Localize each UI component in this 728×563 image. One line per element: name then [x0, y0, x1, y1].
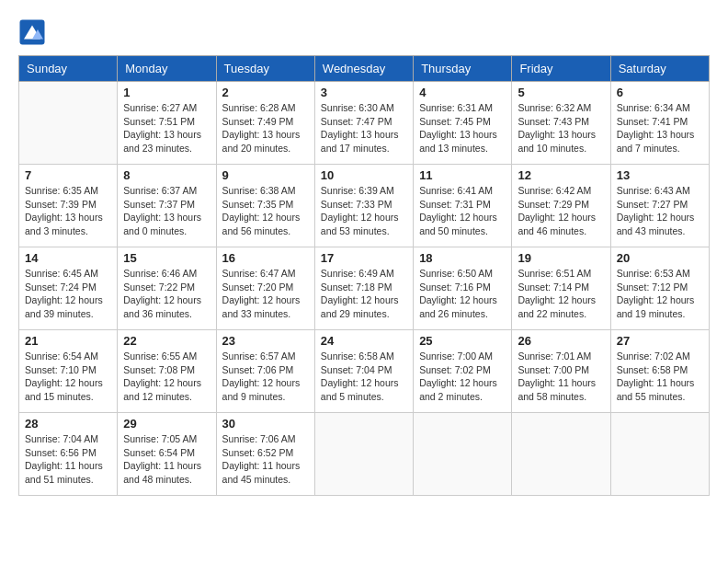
calendar-cell — [512, 413, 610, 496]
calendar-week-row: 1Sunrise: 6:27 AMSunset: 7:51 PMDaylight… — [19, 82, 710, 165]
calendar-cell: 18Sunrise: 6:50 AMSunset: 7:16 PMDayligh… — [414, 247, 512, 330]
day-number: 28 — [25, 417, 111, 431]
day-number: 17 — [321, 251, 407, 265]
day-info: Sunrise: 6:51 AMSunset: 7:14 PMDaylight:… — [518, 267, 604, 321]
weekday-header-tuesday: Tuesday — [216, 56, 314, 82]
day-number: 1 — [123, 86, 210, 99]
day-info: Sunrise: 6:53 AMSunset: 7:12 PMDaylight:… — [617, 267, 703, 321]
calendar-cell: 6Sunrise: 6:34 AMSunset: 7:41 PMDaylight… — [610, 82, 709, 165]
weekday-header-row: SundayMondayTuesdayWednesdayThursdayFrid… — [19, 56, 710, 82]
calendar-cell: 5Sunrise: 6:32 AMSunset: 7:43 PMDaylight… — [512, 82, 610, 165]
day-info: Sunrise: 7:02 AMSunset: 6:58 PMDaylight:… — [617, 350, 703, 404]
day-number: 26 — [518, 334, 604, 348]
day-number: 11 — [419, 168, 506, 182]
calendar-cell — [610, 413, 709, 496]
day-number: 25 — [419, 334, 506, 348]
calendar-week-row: 21Sunrise: 6:54 AMSunset: 7:10 PMDayligh… — [19, 330, 710, 413]
calendar-cell: 25Sunrise: 7:00 AMSunset: 7:02 PMDayligh… — [414, 330, 512, 413]
day-number: 3 — [321, 86, 407, 99]
day-info: Sunrise: 6:39 AMSunset: 7:33 PMDaylight:… — [321, 184, 407, 238]
calendar-header: SundayMondayTuesdayWednesdayThursdayFrid… — [19, 56, 710, 82]
day-info: Sunrise: 6:50 AMSunset: 7:16 PMDaylight:… — [419, 267, 506, 321]
calendar-cell: 29Sunrise: 7:05 AMSunset: 6:54 PMDayligh… — [118, 413, 216, 496]
day-info: Sunrise: 6:43 AMSunset: 7:27 PMDaylight:… — [617, 184, 703, 238]
calendar-cell: 12Sunrise: 6:42 AMSunset: 7:29 PMDayligh… — [512, 165, 610, 247]
calendar-week-row: 7Sunrise: 6:35 AMSunset: 7:39 PMDaylight… — [19, 165, 710, 247]
calendar: SundayMondayTuesdayWednesdayThursdayFrid… — [18, 55, 710, 496]
day-number: 18 — [419, 251, 506, 265]
calendar-cell: 24Sunrise: 6:58 AMSunset: 7:04 PMDayligh… — [314, 330, 413, 413]
logo-icon — [18, 18, 46, 46]
day-number: 29 — [123, 417, 210, 431]
day-info: Sunrise: 6:54 AMSunset: 7:10 PMDaylight:… — [25, 350, 111, 404]
calendar-cell: 23Sunrise: 6:57 AMSunset: 7:06 PMDayligh… — [216, 330, 314, 413]
calendar-cell: 7Sunrise: 6:35 AMSunset: 7:39 PMDaylight… — [19, 165, 118, 247]
calendar-week-row: 14Sunrise: 6:45 AMSunset: 7:24 PMDayligh… — [19, 247, 710, 330]
calendar-cell: 19Sunrise: 6:51 AMSunset: 7:14 PMDayligh… — [512, 247, 610, 330]
day-info: Sunrise: 6:57 AMSunset: 7:06 PMDaylight:… — [222, 350, 309, 404]
calendar-cell: 2Sunrise: 6:28 AMSunset: 7:49 PMDaylight… — [216, 82, 314, 165]
calendar-cell — [314, 413, 413, 496]
day-info: Sunrise: 6:41 AMSunset: 7:31 PMDaylight:… — [419, 184, 506, 238]
day-info: Sunrise: 6:58 AMSunset: 7:04 PMDaylight:… — [321, 350, 407, 404]
day-number: 8 — [123, 168, 210, 182]
header — [18, 18, 710, 46]
calendar-cell: 30Sunrise: 7:06 AMSunset: 6:52 PMDayligh… — [216, 413, 314, 496]
day-info: Sunrise: 6:47 AMSunset: 7:20 PMDaylight:… — [222, 267, 309, 321]
day-info: Sunrise: 6:32 AMSunset: 7:43 PMDaylight:… — [518, 101, 604, 155]
day-info: Sunrise: 6:34 AMSunset: 7:41 PMDaylight:… — [617, 101, 703, 155]
calendar-cell: 14Sunrise: 6:45 AMSunset: 7:24 PMDayligh… — [19, 247, 118, 330]
calendar-cell: 10Sunrise: 6:39 AMSunset: 7:33 PMDayligh… — [314, 165, 413, 247]
calendar-cell: 26Sunrise: 7:01 AMSunset: 7:00 PMDayligh… — [512, 330, 610, 413]
calendar-cell: 11Sunrise: 6:41 AMSunset: 7:31 PMDayligh… — [414, 165, 512, 247]
day-number: 21 — [25, 334, 111, 348]
day-number: 16 — [222, 251, 309, 265]
calendar-cell: 1Sunrise: 6:27 AMSunset: 7:51 PMDaylight… — [118, 82, 216, 165]
day-info: Sunrise: 7:05 AMSunset: 6:54 PMDaylight:… — [123, 432, 210, 487]
calendar-cell: 9Sunrise: 6:38 AMSunset: 7:35 PMDaylight… — [216, 165, 314, 247]
day-info: Sunrise: 7:04 AMSunset: 6:56 PMDaylight:… — [25, 432, 111, 487]
day-info: Sunrise: 6:38 AMSunset: 7:35 PMDaylight:… — [222, 184, 309, 238]
day-number: 15 — [123, 251, 210, 265]
calendar-cell: 27Sunrise: 7:02 AMSunset: 6:58 PMDayligh… — [610, 330, 709, 413]
day-info: Sunrise: 6:37 AMSunset: 7:37 PMDaylight:… — [123, 184, 210, 238]
calendar-cell: 22Sunrise: 6:55 AMSunset: 7:08 PMDayligh… — [118, 330, 216, 413]
day-info: Sunrise: 6:49 AMSunset: 7:18 PMDaylight:… — [321, 267, 407, 321]
weekday-header-saturday: Saturday — [610, 56, 709, 82]
calendar-cell: 13Sunrise: 6:43 AMSunset: 7:27 PMDayligh… — [610, 165, 709, 247]
weekday-header-wednesday: Wednesday — [314, 56, 413, 82]
day-info: Sunrise: 6:28 AMSunset: 7:49 PMDaylight:… — [222, 101, 309, 155]
day-info: Sunrise: 6:35 AMSunset: 7:39 PMDaylight:… — [25, 184, 111, 238]
day-number: 2 — [222, 86, 309, 99]
day-number: 5 — [518, 86, 604, 99]
day-info: Sunrise: 6:42 AMSunset: 7:29 PMDaylight:… — [518, 184, 604, 238]
day-number: 10 — [321, 168, 407, 182]
weekday-header-friday: Friday — [512, 56, 610, 82]
day-info: Sunrise: 7:00 AMSunset: 7:02 PMDaylight:… — [419, 350, 506, 404]
day-number: 20 — [617, 251, 703, 265]
day-info: Sunrise: 6:55 AMSunset: 7:08 PMDaylight:… — [123, 350, 210, 404]
day-info: Sunrise: 6:30 AMSunset: 7:47 PMDaylight:… — [321, 101, 407, 155]
day-number: 27 — [617, 334, 703, 348]
day-number: 12 — [518, 168, 604, 182]
calendar-cell: 20Sunrise: 6:53 AMSunset: 7:12 PMDayligh… — [610, 247, 709, 330]
calendar-cell: 16Sunrise: 6:47 AMSunset: 7:20 PMDayligh… — [216, 247, 314, 330]
weekday-header-sunday: Sunday — [19, 56, 118, 82]
calendar-body: 1Sunrise: 6:27 AMSunset: 7:51 PMDaylight… — [19, 82, 710, 496]
day-info: Sunrise: 7:06 AMSunset: 6:52 PMDaylight:… — [222, 432, 309, 487]
weekday-header-monday: Monday — [118, 56, 216, 82]
day-number: 19 — [518, 251, 604, 265]
day-info: Sunrise: 6:27 AMSunset: 7:51 PMDaylight:… — [123, 101, 210, 155]
logo — [18, 18, 50, 46]
day-info: Sunrise: 6:46 AMSunset: 7:22 PMDaylight:… — [123, 267, 210, 321]
day-info: Sunrise: 6:45 AMSunset: 7:24 PMDaylight:… — [25, 267, 111, 321]
day-number: 13 — [617, 168, 703, 182]
day-number: 7 — [25, 168, 111, 182]
calendar-week-row: 28Sunrise: 7:04 AMSunset: 6:56 PMDayligh… — [19, 413, 710, 496]
day-number: 14 — [25, 251, 111, 265]
calendar-cell: 3Sunrise: 6:30 AMSunset: 7:47 PMDaylight… — [314, 82, 413, 165]
calendar-cell: 17Sunrise: 6:49 AMSunset: 7:18 PMDayligh… — [314, 247, 413, 330]
weekday-header-thursday: Thursday — [414, 56, 512, 82]
day-info: Sunrise: 7:01 AMSunset: 7:00 PMDaylight:… — [518, 350, 604, 404]
calendar-cell: 4Sunrise: 6:31 AMSunset: 7:45 PMDaylight… — [414, 82, 512, 165]
